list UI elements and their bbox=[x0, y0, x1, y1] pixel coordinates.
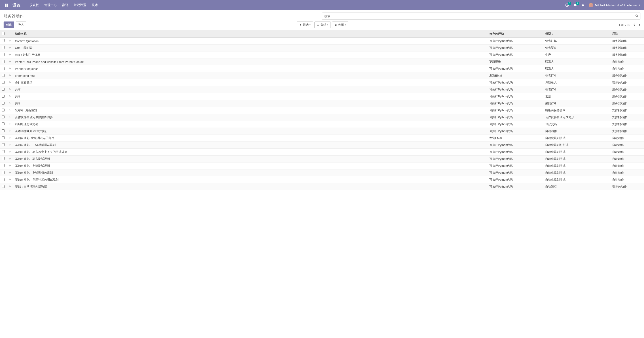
select-all-checkbox[interactable] bbox=[2, 32, 5, 35]
cell-handle[interactable] bbox=[6, 38, 13, 45]
cell-handle[interactable] bbox=[6, 156, 13, 163]
grid-icon bbox=[4, 3, 8, 7]
cell-usage: 安排的动作 bbox=[610, 79, 644, 86]
cell-handle[interactable] bbox=[6, 52, 13, 59]
import-button[interactable]: 导入 bbox=[16, 22, 26, 28]
row-checkbox[interactable] bbox=[2, 74, 5, 77]
row-checkbox[interactable] bbox=[2, 88, 5, 91]
th-usage[interactable]: 用途 bbox=[610, 30, 644, 38]
pager-text[interactable]: 1-39 / 39 bbox=[619, 23, 630, 27]
table-row[interactable]: 共享可执行Python代码发票服务器动作 bbox=[0, 93, 644, 100]
table-row[interactable]: 基础自动化：测试递归的规则可执行Python代码自动化规则测试自动动作 bbox=[0, 169, 644, 176]
search-input[interactable] bbox=[322, 13, 640, 20]
row-checkbox[interactable] bbox=[2, 164, 5, 167]
th-state[interactable]: 待办的行动 bbox=[488, 30, 544, 38]
row-checkbox[interactable] bbox=[2, 53, 5, 56]
row-checkbox[interactable] bbox=[2, 178, 5, 181]
table-row[interactable]: 基础自动化：写入检查上下文的测试规则可执行Python代码自动化规则测试自动动作 bbox=[0, 149, 644, 156]
row-checkbox[interactable] bbox=[2, 60, 5, 63]
table-row[interactable]: 基础自动化：写入测试规则可执行Python代码自动化规则测试自动动作 bbox=[0, 156, 644, 163]
row-checkbox[interactable] bbox=[2, 150, 5, 153]
table-row[interactable]: 共享可执行Python代码销售订单服务器动作 bbox=[0, 86, 644, 93]
cell-state: 发送EMail bbox=[488, 72, 544, 79]
row-checkbox[interactable] bbox=[2, 81, 5, 84]
table-row[interactable]: 基础：自动清理内部数据可执行Python代码自动清空安排的动作 bbox=[0, 183, 644, 190]
cell-handle[interactable] bbox=[6, 114, 13, 121]
group-dropdown[interactable]: 分组 ▾ bbox=[314, 22, 331, 28]
cell-name: 共享 bbox=[13, 100, 488, 107]
table-row[interactable]: 基本动作规则:检查并执行可执行Python代码自动动作安排的动作 bbox=[0, 128, 644, 135]
pager-prev[interactable] bbox=[633, 23, 636, 27]
filter-dropdown[interactable]: 筛选 ▾ bbox=[297, 22, 313, 28]
apps-menu-button[interactable] bbox=[4, 3, 9, 8]
row-checkbox[interactable] bbox=[2, 39, 5, 42]
row-checkbox[interactable] bbox=[2, 122, 5, 125]
cell-handle[interactable] bbox=[6, 142, 13, 149]
nav-item-general[interactable]: 常规设置 bbox=[74, 3, 86, 7]
favorite-dropdown[interactable]: 收藏 ▾ bbox=[332, 22, 348, 28]
nav-item-translate[interactable]: 翻译 bbox=[62, 3, 68, 7]
row-checkbox[interactable] bbox=[2, 129, 5, 132]
table-row[interactable]: 发布者: 更新通知可执行Python代码出版商保修合同安排的动作 bbox=[0, 107, 644, 114]
cell-handle[interactable] bbox=[6, 45, 13, 52]
table-row[interactable]: 基础自动化: 发送测试电子邮件发送EMail自动化规则测试自动动作 bbox=[0, 135, 644, 142]
cell-model: 采购订单 bbox=[544, 100, 610, 107]
create-button[interactable]: 创建 bbox=[4, 22, 14, 28]
cell-handle[interactable] bbox=[6, 149, 13, 156]
pager-next[interactable] bbox=[638, 23, 640, 27]
messages-button[interactable]: 2 bbox=[573, 3, 577, 7]
cell-state: 可执行Python代码 bbox=[488, 79, 544, 86]
cell-handle[interactable] bbox=[6, 72, 13, 79]
table-row[interactable]: Partner Sequence可执行Python代码联系人自动动作 bbox=[0, 65, 644, 72]
row-checkbox[interactable] bbox=[2, 136, 5, 139]
row-checkbox[interactable] bbox=[2, 116, 5, 118]
table-row[interactable]: 共享可执行Python代码采购订单服务器动作 bbox=[0, 100, 644, 107]
cell-handle[interactable] bbox=[6, 79, 13, 86]
row-checkbox[interactable] bbox=[2, 102, 5, 105]
row-checkbox[interactable] bbox=[2, 143, 5, 146]
cell-handle[interactable] bbox=[6, 135, 13, 142]
nav-item-admin[interactable]: 管理中心 bbox=[44, 3, 57, 7]
table-row[interactable]: Mrp：计划生产订单可执行Python代码生产服务器动作 bbox=[0, 52, 644, 59]
user-menu[interactable]: Mitchell Admin (odoo12_edemo) ▼ bbox=[589, 3, 640, 8]
table-row[interactable]: 基础自动化：二级模型测试规则可执行Python代码自动化规则行测试自动动作 bbox=[0, 142, 644, 149]
table-row[interactable]: 基础自动化：重新计算的测试规则可执行Python代码自动化规则测试自动动作 bbox=[0, 176, 644, 183]
table-row[interactable]: 会计逆转分录可执行Python代码凭证录入安排的动作 bbox=[0, 79, 644, 86]
cell-handle[interactable] bbox=[6, 169, 13, 176]
table-row[interactable]: Confirm Quotation可执行Python代码销售订单服务器动作 bbox=[0, 38, 644, 45]
row-checkbox[interactable] bbox=[2, 171, 5, 174]
activities-button[interactable]: 9 bbox=[565, 3, 569, 7]
cell-handle[interactable] bbox=[6, 128, 13, 135]
cell-handle[interactable] bbox=[6, 183, 13, 190]
cell-handle[interactable] bbox=[6, 93, 13, 100]
row-checkbox[interactable] bbox=[2, 95, 5, 98]
cell-handle[interactable] bbox=[6, 176, 13, 183]
cell-checkbox bbox=[0, 169, 6, 176]
app-brand[interactable]: 设置 bbox=[12, 3, 20, 8]
row-checkbox[interactable] bbox=[2, 185, 5, 188]
debug-button[interactable] bbox=[581, 3, 585, 7]
search-icon[interactable] bbox=[635, 14, 639, 18]
table-row[interactable]: 基础自动化：创建测试规则可执行Python代码自动化规则测试自动动作 bbox=[0, 163, 644, 169]
nav-item-dashboard[interactable]: 仪表板 bbox=[30, 3, 39, 7]
row-checkbox[interactable] bbox=[2, 157, 5, 160]
cell-handle[interactable] bbox=[6, 121, 13, 128]
table-row[interactable]: order send mail发送EMail销售订单服务器动作 bbox=[0, 72, 644, 79]
cell-handle[interactable] bbox=[6, 100, 13, 107]
cell-handle[interactable] bbox=[6, 107, 13, 114]
cell-handle[interactable] bbox=[6, 86, 13, 93]
row-checkbox[interactable] bbox=[2, 67, 5, 70]
table-row[interactable]: Panter Child Phone and website From Pare… bbox=[0, 59, 644, 65]
row-checkbox[interactable] bbox=[2, 46, 5, 49]
cell-handle[interactable] bbox=[6, 163, 13, 169]
cell-handle[interactable] bbox=[6, 59, 13, 65]
th-model[interactable]: 模型▲ bbox=[544, 30, 610, 38]
table-row[interactable]: 后期处理付款交易可执行Python代码付款交易安排的动作 bbox=[0, 121, 644, 128]
cell-handle[interactable] bbox=[6, 65, 13, 72]
nav-item-technical[interactable]: 技术 bbox=[92, 3, 98, 7]
table-row[interactable]: 合作伙伴自动完成数据库同步可执行Python代码合作伙伴自动完成同步安排的动作 bbox=[0, 114, 644, 121]
table-row[interactable]: Crm：我的漏斗可执行Python代码销售渠道服务器动作 bbox=[0, 45, 644, 52]
cell-name: Panter Child Phone and website From Pare… bbox=[13, 59, 488, 65]
row-checkbox[interactable] bbox=[2, 109, 5, 112]
th-name[interactable]: 动作名称 bbox=[13, 30, 488, 38]
